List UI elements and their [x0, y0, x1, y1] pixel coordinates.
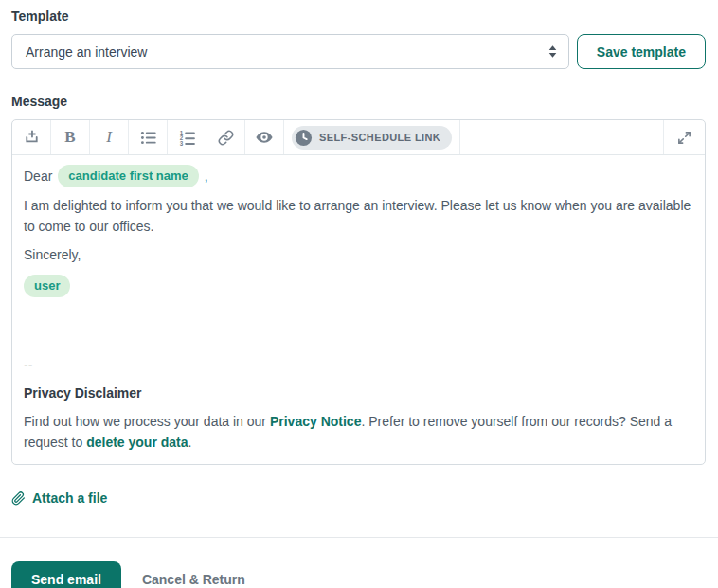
send-email-button[interactable]: Send email: [11, 561, 121, 588]
cancel-return-button[interactable]: Cancel & Return: [135, 572, 253, 587]
link-button[interactable]: [206, 120, 245, 154]
insert-merge-tag-button[interactable]: [12, 120, 51, 154]
privacy-paragraph: Find out how we process your data in our…: [24, 411, 693, 453]
user-tag[interactable]: user: [24, 275, 70, 297]
expand-icon: [677, 131, 691, 145]
delete-your-data-link[interactable]: delete your data: [86, 435, 188, 450]
footer-actions: Send email Cancel & Return: [11, 561, 706, 588]
template-select[interactable]: Arrange an interview: [11, 34, 569, 69]
numbered-list-button[interactable]: 1 2 3: [168, 120, 206, 154]
privacy-text: Find out how we process your data in our: [24, 414, 270, 429]
self-schedule-label: SELF-SCHEDULE LINK: [319, 132, 440, 143]
italic-icon: I: [106, 128, 112, 147]
preview-button[interactable]: [245, 120, 284, 154]
message-editor: B I 1 2 3: [11, 119, 706, 465]
expand-editor-button[interactable]: [664, 120, 705, 154]
preview-eye-icon: [255, 128, 274, 147]
self-schedule-pill: SELF-SCHEDULE LINK: [292, 126, 452, 150]
send-email-form: Template Arrange an interview Save templ…: [11, 9, 706, 588]
footer-divider: [0, 537, 718, 538]
template-select-value: Arrange an interview: [26, 45, 147, 60]
signature-separator: --: [24, 354, 693, 375]
attach-file-button[interactable]: Attach a file: [11, 490, 107, 506]
insert-merge-tag-icon: [23, 129, 41, 147]
message-body[interactable]: Dear candidate first name , I am delight…: [12, 155, 705, 464]
bulleted-list-button[interactable]: [129, 120, 168, 154]
save-template-button[interactable]: Save template: [577, 34, 706, 69]
numbered-list-icon: 1 2 3: [178, 129, 196, 147]
bulleted-list-icon: [139, 129, 157, 147]
bold-button[interactable]: B: [51, 120, 90, 154]
clock-icon: [295, 129, 313, 147]
editor-toolbar: B I 1 2 3: [12, 120, 705, 155]
paperclip-icon: [11, 491, 26, 506]
message-label: Message: [11, 94, 706, 109]
template-row: Arrange an interview Save template: [11, 34, 706, 69]
greeting-suffix: ,: [205, 166, 208, 187]
link-icon: [218, 130, 234, 146]
template-label: Template: [11, 9, 706, 24]
greeting-prefix: Dear: [24, 166, 52, 187]
message-paragraph: I am delighted to inform you that we wou…: [24, 195, 693, 237]
bold-icon: B: [64, 128, 75, 147]
closing-line: Sincerely,: [24, 244, 693, 265]
privacy-disclaimer-heading: Privacy Disclaimer: [24, 383, 693, 403]
svg-text:3: 3: [179, 140, 183, 147]
attach-file-label: Attach a file: [32, 490, 107, 506]
toolbar-spacer: [460, 120, 664, 154]
privacy-text: .: [188, 435, 192, 450]
signature-line: user: [24, 273, 693, 347]
privacy-notice-link[interactable]: Privacy Notice: [270, 414, 362, 429]
candidate-first-name-tag[interactable]: candidate first name: [58, 165, 198, 187]
self-schedule-link-button[interactable]: SELF-SCHEDULE LINK: [284, 120, 460, 154]
select-arrows-icon: [548, 45, 557, 59]
italic-button[interactable]: I: [90, 120, 129, 154]
greeting-line: Dear candidate first name ,: [24, 165, 693, 187]
